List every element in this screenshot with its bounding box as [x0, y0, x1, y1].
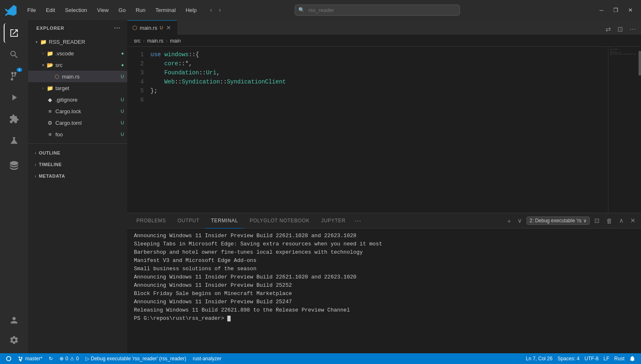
activity-item-database[interactable]: [4, 155, 24, 175]
more-actions-button[interactable]: ⋯: [628, 24, 638, 35]
status-line-ending[interactable]: LF: [601, 356, 612, 362]
search-icon: 🔍: [298, 7, 305, 13]
terminal-dropdown-button[interactable]: ∨: [515, 216, 524, 226]
breadcrumb-symbol[interactable]: main: [170, 38, 181, 44]
terminal-line: PS G:\repos\rust\rss_reader>: [134, 314, 634, 323]
tree-badge-main-rs: U: [121, 74, 124, 79]
panel-area: PROBLEMS OUTPUT TERMINAL POLYGLOT NOTEBO…: [127, 213, 641, 353]
tab-close-button[interactable]: ✕: [165, 24, 172, 32]
breadcrumb-file[interactable]: main.rs: [147, 38, 163, 44]
menu-file[interactable]: File: [23, 5, 40, 15]
tab-label-main-rs: main.rs: [140, 25, 157, 31]
back-button[interactable]: ‹: [207, 5, 214, 14]
tree-item-vscode[interactable]: › 📁 .vscode ●: [28, 48, 127, 59]
status-errors[interactable]: ⊗ 0 ⚠ 0: [57, 353, 81, 364]
tree-badge-src: ●: [121, 62, 124, 67]
activity-item-explorer[interactable]: [4, 23, 24, 43]
menu-selection[interactable]: Selection: [61, 5, 91, 15]
sidebar-options-button[interactable]: ⋯: [114, 24, 121, 32]
terminal-line: Sleeping Tabs in Microsoft Edge: Saving …: [134, 240, 634, 248]
forward-button[interactable]: ›: [216, 5, 223, 14]
activity-item-testing[interactable]: [4, 131, 24, 150]
panel-tab-more[interactable]: ⋯: [351, 217, 365, 225]
minimize-button[interactable]: ─: [596, 5, 607, 15]
tree-badge-gitignore: U: [121, 97, 124, 102]
code-editor[interactable]: 1 2 3 4 5 6 use windows::{ core::*, Foun…: [127, 47, 641, 213]
status-encoding[interactable]: UTF-8: [582, 356, 601, 362]
terminal-content[interactable]: Announcing Windows 11 Insider Preview Bu…: [127, 228, 641, 353]
tree-item-cargo-toml[interactable]: › ⚙ Cargo.toml U: [28, 117, 127, 128]
timeline-label: TIMELINE: [39, 162, 62, 167]
tree-item-target[interactable]: › 📁 target: [28, 82, 127, 94]
maximize-button[interactable]: ❐: [610, 5, 622, 15]
error-count: 0: [65, 356, 68, 362]
activity-item-source-control[interactable]: 6: [4, 66, 24, 86]
sidebar-section-metadata[interactable]: › METADATA: [28, 170, 127, 182]
close-button[interactable]: ✕: [625, 5, 636, 15]
activity-item-extensions[interactable]: [4, 109, 24, 129]
add-terminal-button[interactable]: +: [505, 216, 513, 226]
tree-label-target: target: [55, 85, 127, 91]
menu-terminal[interactable]: Terminal: [151, 5, 180, 15]
status-sync[interactable]: ↻: [46, 353, 55, 364]
status-debug[interactable]: ▷ Debug executable 'rss_reader' (rss_rea…: [83, 353, 189, 364]
tree-item-cargo-lock[interactable]: › ≡ Cargo.lock U: [28, 105, 127, 117]
tree-item-gitignore[interactable]: › ◆ .gitignore U: [28, 94, 127, 105]
vertical-scrollbar[interactable]: [638, 47, 641, 213]
status-spaces[interactable]: Spaces: 4: [555, 356, 582, 362]
activity-item-settings[interactable]: [4, 330, 24, 350]
close-panel-button[interactable]: ✕: [628, 216, 638, 226]
tab-main-rs[interactable]: ⬡ main.rs U ✕: [127, 20, 177, 35]
tree-item-root[interactable]: ▾ 📁 RSS_READER: [28, 36, 127, 48]
code-line-6: [147, 95, 608, 105]
panel-tab-problems[interactable]: PROBLEMS: [131, 213, 172, 228]
tree-label-foo: foo: [55, 131, 121, 138]
folder-icon: 📁: [46, 50, 54, 57]
activity-bottom: [4, 310, 24, 350]
activity-item-search[interactable]: [4, 45, 24, 64]
split-editor-button[interactable]: ⇄: [604, 24, 612, 35]
panel-tab-jupyter[interactable]: JUPYTER: [315, 213, 351, 228]
status-notifications[interactable]: [627, 356, 638, 362]
panel-tab-output[interactable]: OUTPUT: [172, 213, 205, 228]
breadcrumb-src[interactable]: src: [134, 38, 141, 44]
menu-run[interactable]: Run: [131, 5, 150, 15]
tree-label-vscode: .vscode: [55, 50, 121, 57]
outline-label: OUTLINE: [39, 150, 60, 155]
menu-edit[interactable]: Edit: [42, 5, 59, 15]
sidebar: Explorer ⋯ ▾ 📁 RSS_READER › 📁 .vscode ● …: [28, 20, 127, 353]
status-position[interactable]: Ln 7, Col 26: [523, 356, 555, 362]
rust-icon: ⬡: [132, 24, 137, 31]
chevron-right-icon: ›: [40, 50, 46, 57]
tree-item-src[interactable]: ▾ 📂 src ●: [28, 59, 127, 71]
maximize-panel-button[interactable]: ∧: [617, 216, 626, 226]
status-branch[interactable]: master*: [16, 353, 45, 364]
sidebar-section-outline[interactable]: › OUTLINE: [28, 147, 127, 159]
search-input[interactable]: [295, 5, 460, 16]
scrollbar-thumb[interactable]: [639, 51, 641, 76]
status-analyzer[interactable]: rust-analyzer: [190, 353, 224, 364]
toggle-panel-button[interactable]: ⊡: [616, 24, 624, 35]
chevron-down-icon: ▾: [33, 38, 40, 45]
panel-tab-polyglot[interactable]: POLYGLOT NOTEBOOK: [244, 213, 315, 228]
code-content[interactable]: use windows::{ core::*, Foundation::Uri,…: [147, 47, 608, 213]
tree-item-main-rs[interactable]: › ⬡ main.rs U: [28, 71, 127, 82]
terminal-selector[interactable]: 2: Debug executable 'rs ∨: [527, 216, 590, 225]
menu-help[interactable]: Help: [181, 5, 201, 15]
kill-terminal-button[interactable]: 🗑: [604, 216, 615, 226]
chevron-right-icon: ›: [40, 85, 46, 91]
encoding-label: UTF-8: [584, 356, 598, 362]
status-language[interactable]: Rust: [612, 356, 627, 362]
breadcrumb-sep-1: ›: [143, 38, 145, 44]
sidebar-section-timeline[interactable]: › TIMELINE: [28, 159, 127, 170]
split-terminal-button[interactable]: ⊡: [592, 216, 602, 226]
menu-view[interactable]: View: [93, 5, 113, 15]
activity-item-run[interactable]: [4, 88, 24, 107]
tree-root-label: RSS_READER: [49, 39, 127, 45]
activity-item-profile[interactable]: [4, 310, 24, 330]
sidebar-header: Explorer ⋯: [28, 20, 127, 36]
tree-item-foo[interactable]: › ≡ foo U: [28, 128, 127, 140]
menu-go[interactable]: Go: [114, 5, 130, 15]
status-remote[interactable]: [3, 353, 14, 364]
panel-tab-terminal[interactable]: TERMINAL: [205, 213, 243, 228]
